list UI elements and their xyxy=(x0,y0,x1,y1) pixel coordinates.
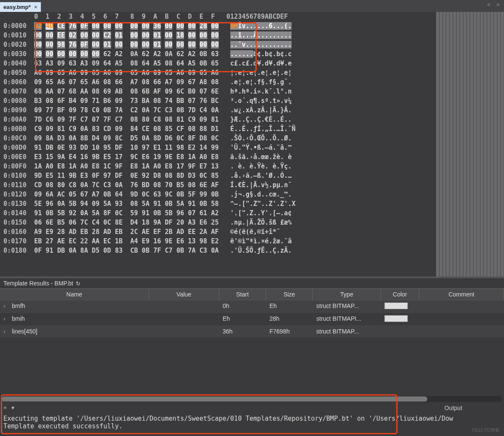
hex-row[interactable]: 0:0180 0F 91 DB 0A 8A D5 0D 83 CB 0B 7F … xyxy=(3,246,436,255)
expand-icon[interactable]: › xyxy=(3,328,9,335)
hex-column-header: 0 1 2 3 4 5 6 7 8 9 A B C D E F 01234567… xyxy=(0,12,436,21)
scrollbar-thumb[interactable] xyxy=(2,396,427,402)
hex-row[interactable]: 0:00F0 1A A0 E8 1A A0 E8 1C 9F E8 1A A0 … xyxy=(3,162,436,171)
template-title-text: Template Results - BMP.bt xyxy=(3,280,73,287)
hex-row[interactable]: 0:0120 09 6A AC 05 67 A7 0B 64 9D 0C 63 … xyxy=(3,190,436,199)
hex-row[interactable]: 0:0080 B3 08 6F B4 09 71 B6 09 73 BA 08 … xyxy=(3,96,436,105)
hex-row[interactable]: 0:0170 EB 27 AE EC 22 AA EC 1B A4 E9 16 … xyxy=(3,237,436,246)
hex-row[interactable]: 0:0100 9D E5 11 9B E3 0F 97 DF 0E 92 D8 … xyxy=(3,171,436,180)
refresh-icon[interactable]: ↻ xyxy=(76,280,80,287)
table-body: ›bmfh 0h Eh struct BITMAP... ›bmih Eh 28… xyxy=(0,300,504,396)
tab-label: easy.bmp* xyxy=(3,4,31,10)
tab-bar: easy.bmp* × < > xyxy=(0,0,504,12)
hex-row[interactable]: 0:0040 63 A3 09 63 A3 09 64 A5 08 64 A5 … xyxy=(3,59,436,68)
output-panel: × ▾ Output Executing template '/Users/li… xyxy=(0,403,504,436)
hex-row[interactable]: 0:0000 42 4D CE 76 0F 00 00 00 00 00 36 … xyxy=(3,21,436,31)
color-swatch[interactable] xyxy=(384,302,408,309)
th-start[interactable]: Start xyxy=(219,289,266,300)
output-header: × ▾ Output xyxy=(0,403,504,413)
table-row[interactable]: ›bmih Eh 28h struct BITMAPI... xyxy=(0,313,504,326)
th-color[interactable]: Color xyxy=(381,289,419,300)
expand-icon[interactable]: › xyxy=(3,315,9,322)
hex-row[interactable]: 0:00E0 E3 15 9A E4 16 9B E5 17 9C E6 19 … xyxy=(3,152,436,162)
watermark: ©51CTO博客 xyxy=(472,427,500,433)
hex-row[interactable]: 0:0140 91 0B 5B 92 0A 5A 8F 0C 59 91 0B … xyxy=(3,208,436,218)
table-header: Name Value Start Size Type Color Comment xyxy=(0,288,504,300)
template-results-title: Template Results - BMP.bt ↻ xyxy=(0,278,504,288)
hex-row[interactable]: 0:00D0 91 DB 0E 93 DD 10 95 DF 10 97 E1 … xyxy=(3,143,436,152)
th-size[interactable]: Size xyxy=(266,289,313,300)
th-value[interactable]: Value xyxy=(149,289,219,300)
hex-row[interactable]: 0:0030 00 00 00 00 00 00 62 A2 0A 62 A2 … xyxy=(3,49,436,59)
tab-nav-arrows[interactable]: < > xyxy=(487,2,501,8)
table-row[interactable]: ›bmfh 0h Eh struct BITMAP... xyxy=(0,300,504,313)
output-line1: Executing template '/Users/liuxiaowei/Do… xyxy=(3,415,453,422)
expand-icon[interactable]: › xyxy=(3,302,9,309)
output-title: Output xyxy=(444,405,462,411)
hex-row[interactable]: 0:00A0 7D C6 09 7F C7 07 7F C7 08 80 C8 … xyxy=(3,115,436,124)
output-text: Executing template '/Users/liuxiaowei/Do… xyxy=(0,413,504,436)
hex-row[interactable]: 0:00B0 C9 09 81 C9 0A 83 CD 09 84 CE 08 … xyxy=(3,124,436,134)
hex-row[interactable]: 0:0010 00 00 EE 02 00 00 C2 01 00 00 01 … xyxy=(3,31,436,40)
minimap[interactable] xyxy=(436,12,504,276)
table-row[interactable]: ›lines[450] 36h F7698h struct BITMAP... xyxy=(0,326,504,337)
close-icon[interactable]: × xyxy=(34,4,37,10)
hex-row[interactable]: 0:0050 A6 09 65 A6 09 65 A6 09 65 A6 09 … xyxy=(3,68,436,77)
th-comment[interactable]: Comment xyxy=(419,289,504,300)
horizontal-scrollbar[interactable] xyxy=(2,396,502,402)
output-controls[interactable]: × ▾ xyxy=(3,405,16,411)
hex-row[interactable]: 0:0060 09 65 A6 07 65 A6 08 66 A7 08 66 … xyxy=(3,77,436,87)
hex-row[interactable]: 0:0070 68 AA 07 68 AA 08 69 AB 08 6B AF … xyxy=(3,87,436,96)
hex-row[interactable]: 0:0020 00 00 98 76 0F 00 01 00 00 00 01 … xyxy=(3,40,436,49)
hex-main[interactable]: 0 1 2 3 4 5 6 7 8 9 A B C D E F 01234567… xyxy=(0,12,436,276)
hex-row[interactable]: 0:0150 06 6E B5 06 7C C4 0C 8E D4 18 9A … xyxy=(3,218,436,227)
hex-row[interactable]: 0:0110 CD 08 80 C8 0A 7C C3 0A 76 BD 08 … xyxy=(3,180,436,190)
hex-rows[interactable]: 0:0000 42 4D CE 76 0F 00 00 00 00 00 36 … xyxy=(0,21,436,255)
hex-row[interactable]: 0:0090 09 77 BF 09 78 C0 0B 7A C2 0A 7C … xyxy=(3,105,436,115)
file-tab[interactable]: easy.bmp* × xyxy=(0,2,41,12)
hex-row[interactable]: 0:00C0 09 8A D3 0A 8B D4 09 8C D5 0A 8D … xyxy=(3,134,436,143)
th-type[interactable]: Type xyxy=(313,289,381,300)
template-table: Name Value Start Size Type Color Comment… xyxy=(0,288,504,396)
hex-row[interactable]: 0:0130 5E 96 0A 5B 94 09 5A 93 08 5A 91 … xyxy=(3,199,436,208)
th-name[interactable]: Name xyxy=(0,289,149,300)
hex-editor: 0 1 2 3 4 5 6 7 8 9 A B C D E F 01234567… xyxy=(0,12,504,276)
output-line2: Template executed successfully. xyxy=(3,422,123,430)
color-swatch[interactable] xyxy=(384,315,408,322)
hex-row[interactable]: 0:0160 A9 E9 28 AD EB 28 AD EB 2C AE EF … xyxy=(3,227,436,237)
